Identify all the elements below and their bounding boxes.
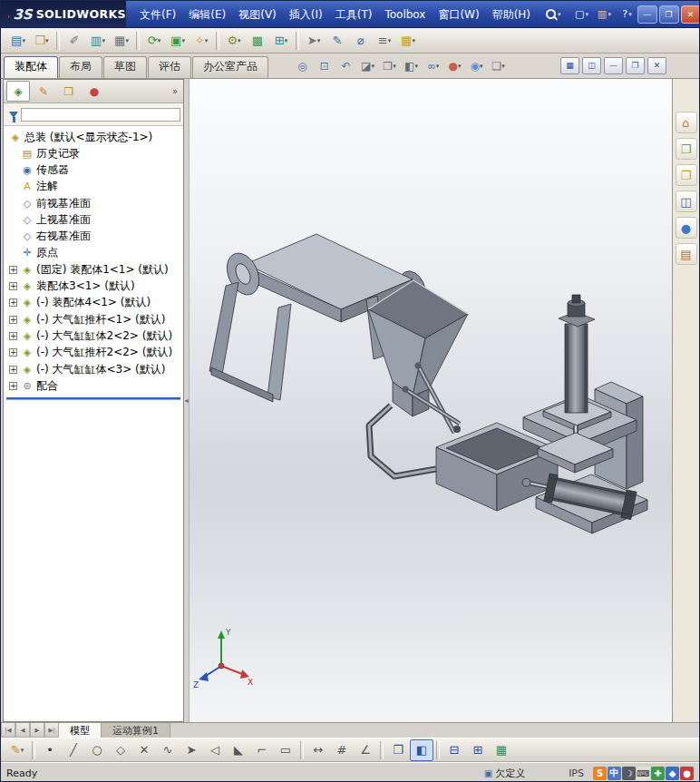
tree-item-front-plane[interactable]: ◇ 前视基准面 (4, 195, 183, 211)
tree-expander[interactable]: + (9, 348, 17, 357)
file-explorer-icon[interactable]: ❐ (676, 164, 697, 186)
rebuild-icon[interactable]: ⟳ (142, 30, 166, 52)
rebuild-check-icon[interactable]: ▣ (166, 30, 190, 52)
sketch-icon[interactable]: ✎ (5, 739, 29, 761)
first-tab-button[interactable]: |◀ (1, 723, 15, 738)
tree-expander[interactable]: + (9, 282, 17, 290)
tree-item-cylinder-rod1[interactable]: + ◈ (-) 大气缸推杆<1> (默认) (4, 311, 183, 327)
export-icon[interactable]: ⊞ (269, 30, 293, 52)
tree-expander[interactable]: + (9, 298, 17, 307)
tree-expander[interactable]: + (9, 316, 17, 324)
offset-tool-icon[interactable]: ⌐ (250, 739, 274, 761)
tray-dot-icon[interactable]: ● (680, 767, 694, 780)
viewport-window-icon[interactable]: ❐ (386, 739, 410, 761)
tree-item-top-plane[interactable]: ◇ 上视基准面 (4, 211, 183, 228)
menu-insert[interactable]: 插入(I) (283, 1, 329, 28)
tree-expander[interactable] (9, 232, 17, 240)
arrow-tool-icon[interactable]: ➤ (180, 739, 203, 761)
menu-tools[interactable]: 工具(T) (329, 1, 379, 28)
sketch-pencil-icon[interactable]: ✎ (326, 30, 349, 52)
menu-file[interactable]: 文件(F) (133, 1, 182, 28)
ime-mode-icon[interactable]: ☽ (622, 767, 636, 780)
new-from-template-icon[interactable]: ▤ (6, 30, 30, 52)
tray-diamond-icon[interactable]: ◆ (666, 767, 679, 780)
tree-expander[interactable]: + (9, 382, 17, 390)
point-tool-icon[interactable]: • (38, 739, 62, 761)
graphics-area[interactable]: Y X Z (190, 79, 672, 722)
model-tab[interactable]: 模型 (59, 723, 102, 738)
view-settings-icon[interactable]: ❏ (489, 57, 508, 75)
edit-appearance-icon[interactable]: ● (445, 57, 464, 75)
view-palette-icon[interactable]: ◫ (676, 191, 697, 212)
tab-office[interactable]: 办公室产品 (192, 56, 268, 78)
chamfer-tool-icon[interactable]: ◣ (227, 739, 250, 761)
bom-columns-icon[interactable]: ▥ (86, 30, 110, 52)
menu-edit[interactable]: 编辑(E) (182, 1, 232, 28)
help-icon[interactable]: ? (617, 5, 637, 24)
tab-sketch[interactable]: 草图 (103, 56, 147, 78)
measure-icon[interactable]: ⌀ (349, 30, 373, 52)
gears-icon[interactable]: ⚙ (222, 30, 246, 52)
tree-item-history[interactable]: ▤ 历史记录 (4, 145, 183, 161)
configurationmanager-tab[interactable]: ❒ (57, 81, 81, 102)
menu-help[interactable]: 帮助(H) (486, 1, 537, 28)
tree-expander[interactable]: + (9, 266, 17, 274)
split-horizontal-icon[interactable]: ⊟ (442, 739, 466, 761)
last-tab-button[interactable]: ▶| (44, 723, 59, 738)
panel-expand-chevron[interactable]: » (172, 86, 180, 96)
open-document-icon[interactable]: ❒ (30, 30, 53, 52)
tree-item-sensors[interactable]: ◉ 传感器 (4, 161, 183, 178)
section-view-icon[interactable]: ◪ (358, 57, 377, 75)
viewport-pane-icon[interactable]: ▦ (560, 57, 579, 74)
circle-tool-icon[interactable]: ○ (85, 739, 109, 761)
displaymanager-tab[interactable]: ● (83, 81, 106, 102)
menu-toolbox[interactable]: Toolbox (378, 1, 432, 28)
toolbox-settings-icon[interactable]: ▥ (595, 5, 615, 24)
view-orientation-icon[interactable]: ❒ (380, 57, 399, 75)
model-vertical-cylinder[interactable] (538, 295, 613, 473)
print-icon[interactable]: ▦ (110, 30, 133, 52)
tree-item-mates[interactable]: + ⊚ 配合 (4, 377, 183, 394)
split-vertical-icon[interactable]: ⊞ (466, 739, 490, 761)
child-restore-button[interactable]: ❐ (626, 57, 645, 74)
angle-tool-icon[interactable]: ∠ (354, 739, 377, 761)
tree-expander[interactable] (9, 182, 17, 191)
viewport-split-icon[interactable]: ◫ (582, 57, 601, 74)
tree-item-assembly3[interactable]: + ◈ 装配体3<1> (默认) (4, 278, 183, 294)
tree-expander[interactable]: + (9, 332, 17, 340)
tree-expander[interactable] (9, 166, 17, 174)
tree-expander[interactable] (9, 200, 17, 208)
filter-input[interactable] (21, 108, 180, 122)
prev-tab-button[interactable]: ◀ (15, 723, 30, 738)
move-tool-icon[interactable]: ↔ (306, 739, 330, 761)
minimize-button[interactable]: — (637, 5, 657, 24)
tree-expander[interactable] (9, 249, 17, 257)
tree-root-item[interactable]: ◈ 总装 (默认<显示状态-1>) (4, 129, 183, 145)
tray-plus-icon[interactable]: ✚ (651, 767, 665, 780)
child-minimize-button[interactable]: — (604, 57, 623, 74)
construction-rect-icon[interactable]: ▭ (274, 739, 297, 761)
polygon-tool-icon[interactable]: ◇ (109, 739, 132, 761)
search-icon[interactable]: ▾ (546, 9, 561, 19)
tree-item-origin[interactable]: ✛ 原点 (4, 245, 183, 261)
motion-study-tab[interactable]: 运动算例1 (102, 723, 170, 738)
maximize-button[interactable]: ❐ (659, 5, 679, 24)
options-icon[interactable]: ≡ (373, 30, 396, 52)
design-table-icon[interactable]: ▦ (396, 30, 420, 52)
next-tab-button[interactable]: ▶ (30, 723, 44, 738)
zoom-area-icon[interactable]: ⊡ (315, 57, 334, 75)
child-close-button[interactable]: ✕ (647, 57, 666, 74)
spec-flask-icon[interactable]: ✧ (190, 30, 213, 52)
spline-tool-icon[interactable]: ∿ (156, 739, 180, 761)
tree-item-annotations[interactable]: A 注解 (4, 179, 183, 195)
tree-expander[interactable] (9, 150, 17, 158)
sheet-table-icon[interactable]: ▦ (490, 739, 513, 761)
tab-evaluate[interactable]: 评估 (148, 56, 191, 78)
assembly-model[interactable]: Y X Z (190, 79, 672, 722)
tree-item-cylinder-rod2[interactable]: + ◈ (-) 大气缸推杆2<2> (默认) (4, 345, 183, 361)
tab-assembly[interactable]: 装配体 (4, 56, 58, 78)
tree-item-assembly1[interactable]: + ◈ (固定) 装配体1<1> (默认) (4, 261, 183, 278)
tree-item-assembly4[interactable]: + ◈ (-) 装配体4<1> (默认) (4, 295, 183, 311)
zoom-fit-icon[interactable]: ◎ (293, 57, 312, 75)
tree-item-right-plane[interactable]: ◇ 右视基准面 (4, 228, 183, 244)
